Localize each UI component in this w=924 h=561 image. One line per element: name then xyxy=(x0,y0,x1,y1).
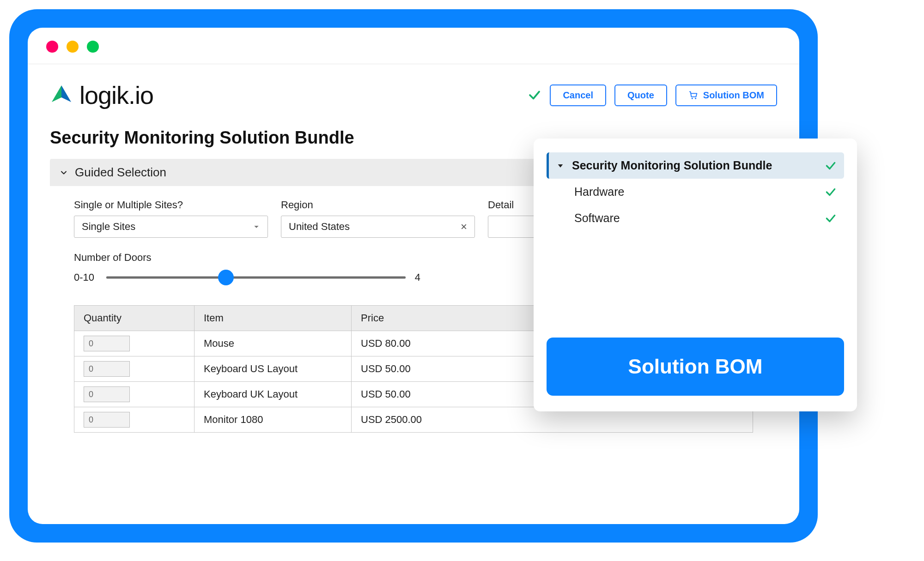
solution-bom-button[interactable]: Solution BOM xyxy=(675,84,777,106)
col-item: Item xyxy=(195,306,352,331)
window-controls xyxy=(28,28,799,64)
col-quantity: Quantity xyxy=(74,306,195,331)
bom-panel-child-row[interactable]: Software xyxy=(547,205,844,231)
slider-thumb[interactable] xyxy=(218,270,234,285)
slider-value: 4 xyxy=(415,271,420,284)
sites-label: Single or Multiple Sites? xyxy=(74,199,268,211)
logo-icon xyxy=(50,84,73,107)
quantity-input[interactable] xyxy=(84,412,130,428)
logo: logik.io xyxy=(50,81,153,109)
sites-select[interactable]: Single Sites xyxy=(74,216,268,238)
maximize-icon[interactable] xyxy=(87,41,99,53)
status-check-icon xyxy=(528,88,541,102)
cart-icon xyxy=(688,90,699,100)
caret-down-icon xyxy=(556,162,565,170)
region-select[interactable]: United States × xyxy=(281,216,475,238)
clear-icon[interactable]: × xyxy=(461,220,467,233)
check-icon xyxy=(825,212,837,224)
quote-button[interactable]: Quote xyxy=(614,84,667,106)
caret-down-icon xyxy=(253,223,260,230)
solution-bom-cta[interactable]: Solution BOM xyxy=(547,338,844,396)
slider-range: 0-10 xyxy=(74,271,97,284)
chevron-down-icon xyxy=(59,168,68,177)
item-cell: Keyboard US Layout xyxy=(195,356,352,382)
doors-slider[interactable] xyxy=(106,268,406,287)
region-label: Region xyxy=(281,199,475,211)
section-title: Guided Selection xyxy=(75,165,166,180)
slider-track xyxy=(106,277,406,279)
check-icon xyxy=(825,186,837,198)
bom-panel-child-row[interactable]: Hardware xyxy=(547,179,844,205)
svg-point-0 xyxy=(692,98,693,99)
quantity-input[interactable] xyxy=(84,336,130,351)
check-icon xyxy=(825,160,837,172)
quantity-input[interactable] xyxy=(84,361,130,377)
quantity-input[interactable] xyxy=(84,386,130,402)
item-cell: Mouse xyxy=(195,331,352,356)
bom-panel-main-row[interactable]: Security Monitoring Solution Bundle xyxy=(547,152,844,179)
bom-panel: Security Monitoring Solution Bundle Hard… xyxy=(534,139,857,411)
svg-point-1 xyxy=(695,98,696,99)
item-cell: Monitor 1080 xyxy=(195,407,352,433)
logo-text: logik.io xyxy=(79,81,153,109)
cancel-button[interactable]: Cancel xyxy=(550,84,606,106)
minimize-icon[interactable] xyxy=(67,41,79,53)
item-cell: Keyboard UK Layout xyxy=(195,382,352,407)
close-icon[interactable] xyxy=(46,41,58,53)
